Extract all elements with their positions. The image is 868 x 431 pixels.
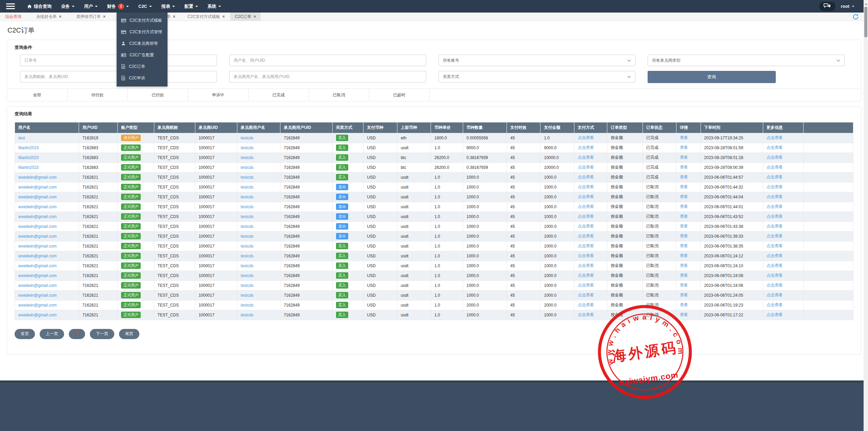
cell-link[interactable]: 查看 [680,194,688,199]
cell-link[interactable]: 点击查看 [767,283,783,288]
cell-link[interactable]: Martin2023 [18,165,39,170]
acceptor-type-select[interactable]: 所有承兑商类型 [648,55,845,66]
cell-link[interactable]: testcds [241,244,254,249]
cell-link[interactable]: 点击查看 [578,234,594,238]
cell-link[interactable]: 点击查看 [767,204,783,209]
user-input[interactable] [229,55,426,66]
cell-link[interactable]: testcds [241,145,254,150]
nav-item-用户[interactable]: 用户 [79,0,102,13]
cell-link[interactable]: 点击查看 [767,224,783,229]
cell-link[interactable]: testcds [241,175,254,180]
cell-link[interactable]: 查看 [680,273,688,278]
cell-link[interactable]: test [18,136,25,140]
cell-link[interactable]: 点击查看 [578,194,594,199]
cell-link[interactable]: testcds [241,263,254,268]
cell-link[interactable]: wxedwin@gmail.com [18,175,57,180]
menu-item-C2C承兑商管理[interactable]: C2C承兑商管理 [117,38,167,49]
tab-质押借币订单[interactable]: 质押借币订单× [76,13,105,21]
cell-link[interactable]: wxedwin@gmail.com [18,224,57,229]
cell-link[interactable]: 点击查看 [578,214,594,219]
cell-link[interactable]: testcds [241,254,254,258]
status-tab-待付款[interactable]: 待付款 [67,89,128,101]
user-menu[interactable]: root [841,4,854,9]
cell-link[interactable]: 点击查看 [578,175,594,179]
close-icon[interactable]: × [222,14,225,19]
status-tab-申诉中[interactable]: 申诉中 [188,89,249,101]
cell-link[interactable]: 点击查看 [578,184,594,189]
cell-link[interactable]: 点击查看 [578,224,594,229]
status-tab-全部[interactable]: 全部 [7,89,67,101]
cell-link[interactable]: wxedwin@gmail.com [18,195,57,199]
cell-link[interactable]: testcds [241,195,254,199]
page-button-尾页[interactable]: 尾页 [119,329,139,339]
sidebar-toggle-button[interactable] [6,3,15,9]
messages-button[interactable] [819,2,835,11]
vertical-scrollbar[interactable] [864,0,868,431]
cell-link[interactable]: testcds [241,204,254,209]
cell-link[interactable]: 查看 [680,312,688,317]
cell-link[interactable]: 点击查看 [578,273,594,278]
refresh-icon[interactable] [853,14,859,21]
tab-永续持仓单[interactable]: 永续持仓单× [36,13,61,21]
cell-link[interactable]: testcds [241,136,254,140]
account-select[interactable]: 所有账号 [438,55,635,66]
cell-link[interactable]: wxedwin@gmail.com [18,234,57,239]
cell-link[interactable]: 点击查看 [578,263,594,268]
cell-link[interactable]: 点击查看 [767,135,783,140]
status-tab-已取消[interactable]: 已取消 [309,89,369,101]
tab-C2C支付方式模板[interactable]: C2C支付方式模板× [188,13,225,21]
cell-link[interactable]: Martin2023 [18,155,39,160]
cell-link[interactable]: 点击查看 [578,165,594,170]
cell-link[interactable]: testcds [241,185,254,190]
cell-link[interactable]: 查看 [680,302,688,307]
cell-link[interactable]: 点击查看 [767,312,783,317]
cell-link[interactable]: testcds [241,165,254,170]
cell-link[interactable]: 点击查看 [767,145,783,150]
nav-item-财务[interactable]: 财务1 [102,0,134,13]
cell-link[interactable]: 点击查看 [767,253,783,258]
cell-link[interactable]: wxedwin@gmail.com [18,263,57,268]
cell-link[interactable]: 查看 [680,204,688,209]
cell-link[interactable]: 点击查看 [578,145,594,150]
cell-link[interactable]: 点击查看 [578,204,594,209]
cell-link[interactable]: 点击查看 [767,243,783,248]
cell-link[interactable]: 点击查看 [767,263,783,268]
cell-link[interactable]: wxedwin@gmail.com [18,293,57,298]
menu-item-C2C支付方式模板[interactable]: C2C支付方式模板 [117,15,167,26]
cell-link[interactable]: 点击查看 [578,283,594,288]
trade-side-select[interactable]: 买卖方式 [438,71,635,82]
cell-link[interactable]: wxedwin@gmail.com [18,214,57,219]
cell-link[interactable]: 查看 [680,165,688,170]
cell-link[interactable]: 查看 [680,234,688,238]
status-tab-已完成[interactable]: 已完成 [249,89,309,101]
cell-link[interactable]: 查看 [680,283,688,288]
page-button-1[interactable]: 1 [69,329,85,339]
cell-link[interactable]: wxedwin@gmail.com [18,283,57,288]
menu-item-C2C订单[interactable]: C2C订单 [117,61,167,72]
cell-link[interactable]: wxedwin@gmail.com [18,204,57,209]
close-icon[interactable]: × [103,14,105,19]
cell-link[interactable]: testcds [241,293,254,298]
close-icon[interactable]: × [59,14,61,19]
tab-单[interactable]: 单× [166,13,175,21]
nav-item-C2C[interactable]: C2C [134,0,157,13]
cell-link[interactable]: 点击查看 [767,194,783,199]
cell-link[interactable]: wxedwin@gmail.com [18,313,57,317]
cell-link[interactable]: wxedwin@gmail.com [18,273,57,278]
cell-link[interactable]: 查看 [680,224,688,229]
cell-link[interactable]: 点击查看 [767,155,783,160]
cell-link[interactable]: 点击查看 [767,214,783,219]
cell-link[interactable]: 点击查看 [578,155,594,160]
cell-link[interactable]: testcds [241,155,254,160]
status-tab-已付款[interactable]: 已付款 [128,89,188,101]
cell-link[interactable]: 点击查看 [767,184,783,189]
cell-link[interactable]: testcds [241,214,254,219]
cell-link[interactable]: 点击查看 [767,165,783,170]
nav-item-报表[interactable]: 报表 [157,0,180,13]
cell-link[interactable]: 点击查看 [578,293,594,297]
page-button-下一页[interactable]: 下一页 [90,329,114,339]
search-button[interactable]: 查询 [648,71,776,83]
cell-link[interactable]: testcds [241,224,254,229]
cell-link[interactable]: wxedwin@gmail.com [18,254,57,258]
cell-link[interactable]: 点击查看 [767,175,783,179]
